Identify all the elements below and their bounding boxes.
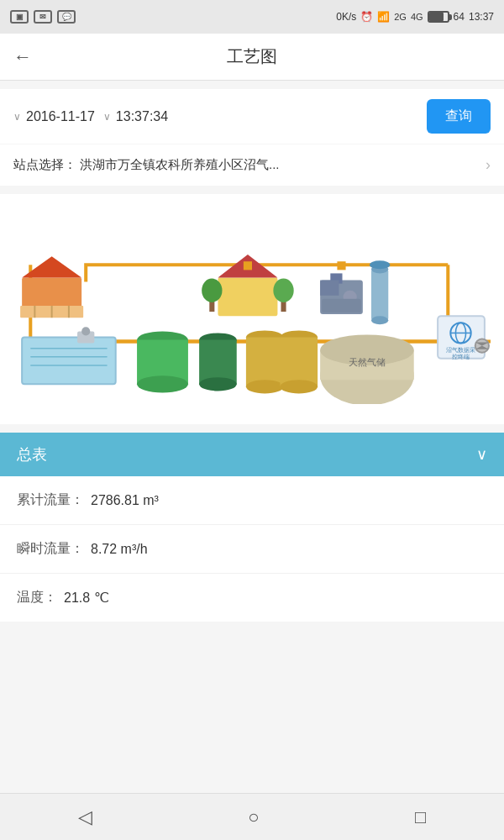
nav-home-button[interactable]: ○ xyxy=(239,798,267,837)
time-value: 13:37:34 xyxy=(116,109,168,124)
svg-point-38 xyxy=(273,279,293,302)
mail-icon: ✉ xyxy=(34,10,52,24)
station-arrow-icon: › xyxy=(486,156,491,174)
filter-row: ∨ 2016-11-17 ∨ 13:37:34 查询 xyxy=(0,89,504,144)
svg-point-54 xyxy=(475,339,489,353)
speed-label: 0K/s xyxy=(336,11,356,23)
station-label: 站点选择： xyxy=(13,157,76,173)
svg-point-19 xyxy=(137,375,188,392)
station-value: 洪湖市万全镇农科所养殖小区沼气... xyxy=(80,157,486,173)
temperature-label: 温度： xyxy=(17,589,57,606)
svg-text:天然气储: 天然气储 xyxy=(349,357,386,367)
wifi-icon: 📶 xyxy=(377,11,390,23)
cumulative-flow-row: 累计流量： 2786.81 m³ xyxy=(0,476,504,525)
battery-icon xyxy=(428,11,449,23)
svg-text:沼气数据采: 沼气数据采 xyxy=(446,347,475,354)
instant-flow-label: 瞬时流量： xyxy=(17,540,84,558)
instant-flow-value: 8.72 m³/h xyxy=(91,542,148,557)
query-button[interactable]: 查询 xyxy=(427,99,491,134)
station-row[interactable]: 站点选择： 洪湖市万全镇农科所养殖小区沼气... › xyxy=(0,144,504,186)
nav-back-button[interactable]: ◁ xyxy=(70,798,101,837)
clock-icon: ⏰ xyxy=(360,11,373,23)
svg-rect-57 xyxy=(337,261,345,270)
status-left: ▣ ✉ 💬 xyxy=(10,10,76,24)
status-right: 0K/s ⏰ 📶 2G 4G 64 13:37 xyxy=(336,11,494,23)
date-value: 2016-11-17 xyxy=(26,109,95,124)
page-title: 工艺图 xyxy=(227,45,277,68)
svg-point-25 xyxy=(246,380,284,393)
svg-rect-24 xyxy=(246,338,284,387)
svg-rect-33 xyxy=(218,278,277,317)
svg-text:控终端: 控终端 xyxy=(452,354,470,360)
sim-icon: ▣ xyxy=(10,10,29,24)
svg-rect-27 xyxy=(280,338,318,387)
header: ← 工艺图 xyxy=(0,34,504,81)
date-dropdown-arrow: ∨ xyxy=(13,111,21,123)
battery-level: 64 xyxy=(454,11,465,23)
svg-point-47 xyxy=(370,260,390,269)
svg-rect-41 xyxy=(320,281,339,296)
svg-point-36 xyxy=(202,279,222,302)
time-display: 13:37 xyxy=(469,11,494,23)
data-section: 累计流量： 2786.81 m³ 瞬时流量： 8.72 m³/h 温度： 21.… xyxy=(0,476,504,622)
instant-flow-row: 瞬时流量： 8.72 m³/h xyxy=(0,525,504,574)
svg-point-46 xyxy=(371,316,388,324)
svg-point-28 xyxy=(280,380,318,393)
nav-recent-button[interactable]: □ xyxy=(407,798,434,837)
diagram-svg: 天然气储 沼气数据采 控终端 xyxy=(13,211,491,404)
cumulative-flow-value: 2786.81 m³ xyxy=(91,493,159,508)
svg-rect-44 xyxy=(371,269,388,320)
time-selector[interactable]: ∨ 13:37:34 xyxy=(103,109,168,124)
signal-2g: 2G xyxy=(394,12,407,22)
summary-header[interactable]: 总表 ∨ xyxy=(0,433,504,476)
svg-rect-11 xyxy=(22,338,116,385)
summary-dropdown-icon: ∨ xyxy=(476,445,487,464)
svg-rect-56 xyxy=(244,261,252,270)
summary-title: 总表 xyxy=(17,444,47,465)
process-diagram: 天然气储 沼气数据采 控终端 xyxy=(0,194,504,424)
bottom-nav: ◁ ○ □ xyxy=(0,793,504,840)
temperature-value: 21.8 ℃ xyxy=(64,590,109,606)
svg-point-16 xyxy=(81,327,90,335)
date-selector[interactable]: ∨ 2016-11-17 xyxy=(13,109,95,124)
back-button[interactable]: ← xyxy=(13,46,32,68)
svg-rect-43 xyxy=(322,299,361,312)
signal-4g: 4G xyxy=(411,12,423,22)
cumulative-flow-label: 累计流量： xyxy=(17,491,84,509)
time-dropdown-arrow: ∨ xyxy=(103,111,111,123)
chat-icon: 💬 xyxy=(57,10,76,24)
status-bar: ▣ ✉ 💬 0K/s ⏰ 📶 2G 4G 64 13:37 xyxy=(0,0,504,34)
svg-point-22 xyxy=(199,377,237,391)
temperature-row: 温度： 21.8 ℃ xyxy=(0,574,504,622)
